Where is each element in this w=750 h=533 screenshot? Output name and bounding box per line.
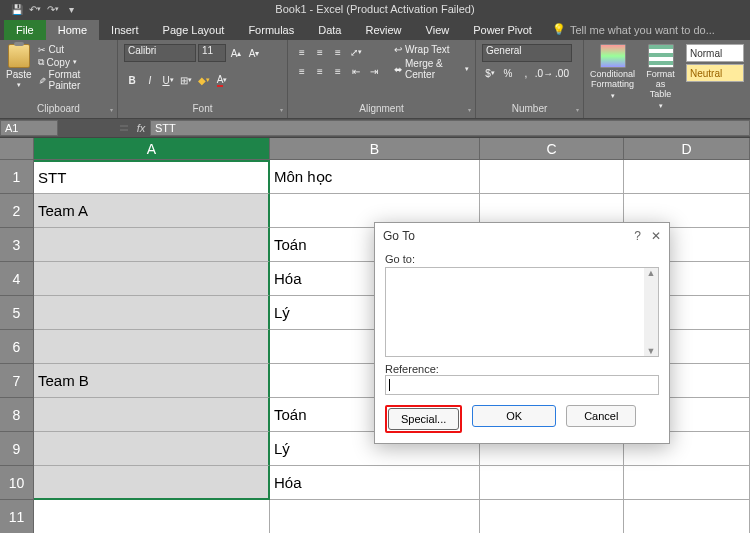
increase-indent-icon[interactable]: ⇥ (366, 63, 382, 79)
percent-format-icon[interactable]: % (500, 65, 516, 81)
wrap-text-button[interactable]: ↩Wrap Text (394, 44, 469, 55)
decrease-font-icon[interactable]: A▾ (246, 45, 262, 61)
cell-A8[interactable] (34, 398, 270, 432)
row-header-5[interactable]: 5 (0, 296, 34, 330)
reference-input[interactable] (385, 375, 659, 395)
tab-view[interactable]: View (414, 20, 462, 40)
bold-button[interactable]: B (124, 72, 140, 88)
cell-A11[interactable] (34, 500, 270, 533)
cell-A1[interactable]: STT (34, 160, 270, 194)
italic-button[interactable]: I (142, 72, 158, 88)
cell-A4[interactable] (34, 262, 270, 296)
scroll-up-icon[interactable]: ▲ (647, 268, 656, 278)
accounting-format-icon[interactable]: $▾ (482, 65, 498, 81)
cell-A5[interactable] (34, 296, 270, 330)
drag-handle-icon[interactable] (120, 124, 128, 132)
align-right-icon[interactable]: ≡ (330, 63, 346, 79)
dialog-title-bar[interactable]: Go To ? ✕ (375, 223, 669, 249)
cell-A3[interactable] (34, 228, 270, 262)
formula-bar[interactable]: STT (150, 120, 750, 136)
row-header-9[interactable]: 9 (0, 432, 34, 466)
decrease-decimal-icon[interactable]: .00 (554, 65, 570, 81)
cut-button[interactable]: Cut (38, 44, 111, 55)
align-top-icon[interactable]: ≡ (294, 44, 310, 60)
scrollbar[interactable]: ▲▼ (644, 268, 658, 356)
decrease-indent-icon[interactable]: ⇤ (348, 63, 364, 79)
cancel-button[interactable]: Cancel (566, 405, 636, 427)
style-neutral[interactable]: Neutral (686, 64, 744, 82)
qat-customize-icon[interactable]: ▾ (64, 2, 78, 16)
cell-C11[interactable] (480, 500, 624, 533)
style-normal[interactable]: Normal (686, 44, 744, 62)
tab-review[interactable]: Review (353, 20, 413, 40)
merge-center-button[interactable]: ⬌Merge & Center▾ (394, 58, 469, 80)
border-button[interactable]: ⊞▾ (178, 72, 194, 88)
conditional-formatting-button[interactable]: Conditional Formatting▾ (590, 44, 635, 99)
cell-styles-gallery[interactable]: Normal Neutral (686, 44, 744, 82)
cell-B10[interactable]: Hóa (270, 466, 480, 500)
redo-icon[interactable]: ↷▾ (46, 2, 60, 16)
row-header-7[interactable]: 7 (0, 364, 34, 398)
cell-D11[interactable] (624, 500, 750, 533)
row-header-1[interactable]: 1 (0, 160, 34, 194)
align-bottom-icon[interactable]: ≡ (330, 44, 346, 60)
cell-B11[interactable] (270, 500, 480, 533)
orientation-icon[interactable]: ⤢▾ (348, 44, 364, 60)
align-middle-icon[interactable]: ≡ (312, 44, 328, 60)
paste-button[interactable]: Paste ▾ (6, 44, 32, 89)
increase-decimal-icon[interactable]: .0→ (536, 65, 552, 81)
tab-formulas[interactable]: Formulas (236, 20, 306, 40)
row-header-8[interactable]: 8 (0, 398, 34, 432)
number-format-select[interactable]: General (482, 44, 572, 62)
select-all-corner[interactable] (0, 138, 34, 160)
cell-D1[interactable] (624, 160, 750, 194)
special-button[interactable]: Special... (388, 408, 459, 430)
tab-insert[interactable]: Insert (99, 20, 151, 40)
cell-A2[interactable]: Team A (34, 194, 270, 228)
align-left-icon[interactable]: ≡ (294, 63, 310, 79)
align-center-icon[interactable]: ≡ (312, 63, 328, 79)
fx-icon[interactable]: fx (132, 122, 150, 134)
col-header-D[interactable]: D (624, 138, 750, 160)
col-header-C[interactable]: C (480, 138, 624, 160)
format-as-table-button[interactable]: Format as Table▾ (641, 44, 680, 109)
tab-page-layout[interactable]: Page Layout (151, 20, 237, 40)
tab-power-pivot[interactable]: Power Pivot (461, 20, 544, 40)
row-header-6[interactable]: 6 (0, 330, 34, 364)
goto-list[interactable]: ▲▼ (385, 267, 659, 357)
cell-B1[interactable]: Môn học (270, 160, 480, 194)
col-header-A[interactable]: A (34, 138, 270, 160)
cell-A10[interactable] (34, 466, 270, 500)
cell-A6[interactable] (34, 330, 270, 364)
underline-button[interactable]: U▾ (160, 72, 176, 88)
cell-A9[interactable] (34, 432, 270, 466)
scroll-down-icon[interactable]: ▼ (647, 346, 656, 356)
cell-C1[interactable] (480, 160, 624, 194)
row-header-11[interactable]: 11 (0, 500, 34, 533)
font-size-select[interactable]: 11 (198, 44, 226, 62)
comma-format-icon[interactable]: , (518, 65, 534, 81)
format-painter-button[interactable]: Format Painter (38, 69, 111, 91)
row-header-3[interactable]: 3 (0, 228, 34, 262)
tab-file[interactable]: File (4, 20, 46, 40)
ok-button[interactable]: OK (472, 405, 556, 427)
row-header-10[interactable]: 10 (0, 466, 34, 500)
help-icon[interactable]: ? (634, 229, 641, 243)
close-icon[interactable]: ✕ (651, 229, 661, 243)
cell-C10[interactable] (480, 466, 624, 500)
cell-A7[interactable]: Team B (34, 364, 270, 398)
undo-icon[interactable]: ↶▾ (28, 2, 42, 16)
row-header-2[interactable]: 2 (0, 194, 34, 228)
tell-me-search[interactable]: 💡Tell me what you want to do... (544, 19, 723, 40)
row-header-4[interactable]: 4 (0, 262, 34, 296)
copy-button[interactable]: Copy▾ (38, 56, 111, 68)
increase-font-icon[interactable]: A▴ (228, 45, 244, 61)
cell-D10[interactable] (624, 466, 750, 500)
name-box[interactable]: A1 (0, 120, 58, 136)
fill-color-button[interactable]: ◆▾ (196, 72, 212, 88)
font-color-button[interactable]: A▾ (214, 72, 230, 88)
tab-data[interactable]: Data (306, 20, 353, 40)
tab-home[interactable]: Home (46, 20, 99, 40)
save-icon[interactable]: 💾 (10, 2, 24, 16)
font-name-select[interactable]: Calibri (124, 44, 196, 62)
